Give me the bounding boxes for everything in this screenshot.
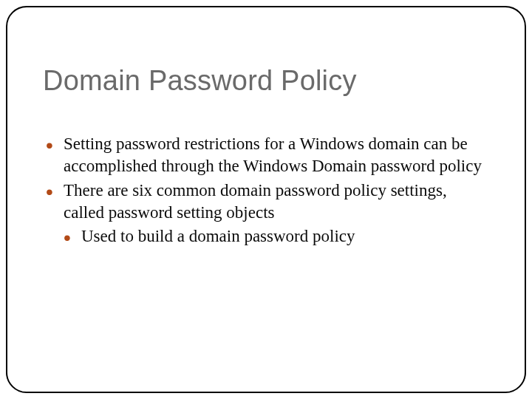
sub-bullet-item: • Used to build a domain password policy	[43, 225, 489, 248]
bullet-text: Setting password restrictions for a Wind…	[64, 134, 482, 175]
bullet-item: • Setting password restrictions for a Wi…	[43, 133, 489, 178]
sub-bullet-text: Used to build a domain password policy	[81, 227, 355, 245]
slide-body: • Setting password restrictions for a Wi…	[43, 133, 489, 248]
slide-frame: Domain Password Policy • Setting passwor…	[6, 6, 526, 393]
slide-title: Domain Password Policy	[43, 65, 357, 97]
bullet-text: There are six common domain password pol…	[64, 181, 447, 222]
bullet-marker-icon: •	[64, 228, 71, 248]
bullet-item: • There are six common domain password p…	[43, 180, 489, 225]
bullet-marker-icon: •	[46, 182, 53, 202]
bullet-marker-icon: •	[46, 135, 53, 156]
